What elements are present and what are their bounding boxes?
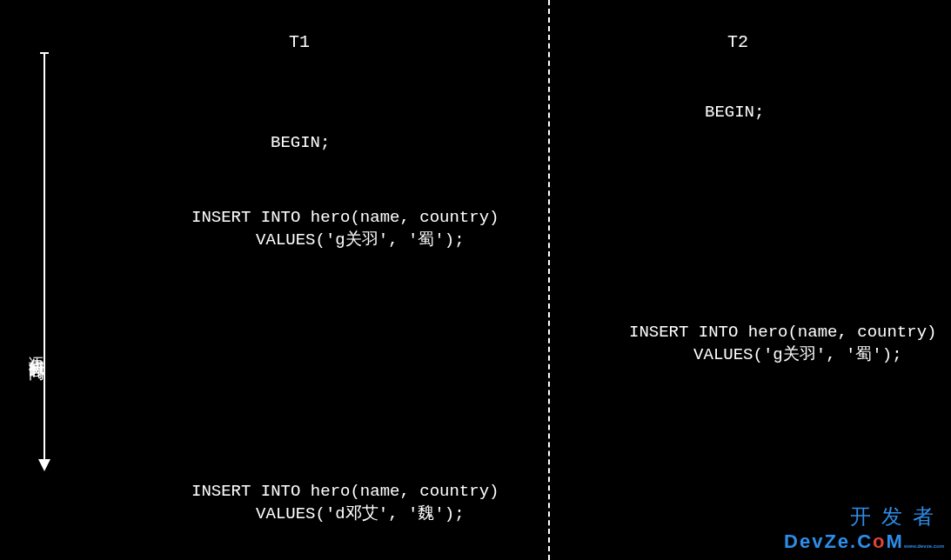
watermark-line2: DevZe.CoMwww.devze.com bbox=[784, 530, 944, 553]
watermark-sub: www.devze.com bbox=[904, 543, 944, 549]
timeline-arrow-shaft bbox=[44, 52, 45, 465]
t1-insert-statement-1: INSERT INTO hero(name, country) VALUES('… bbox=[191, 207, 499, 251]
column-header-t2: T2 bbox=[727, 32, 748, 52]
column-divider bbox=[548, 0, 550, 560]
watermark-prefix: DevZe.C bbox=[784, 530, 873, 552]
timeline-axis-label: 语句执行时间 bbox=[26, 343, 47, 354]
t2-insert-statement-1: INSERT INTO hero(name, country) VALUES('… bbox=[629, 322, 936, 366]
timeline-arrow-head bbox=[38, 459, 50, 471]
watermark-logo: 开发者 DevZe.CoMwww.devze.com bbox=[784, 503, 944, 553]
watermark-o: o bbox=[873, 530, 886, 552]
watermark-line1: 开发者 bbox=[784, 503, 944, 530]
column-header-t1: T1 bbox=[289, 32, 310, 52]
t1-insert-statement-2: INSERT INTO hero(name, country) VALUES('… bbox=[191, 481, 499, 525]
t2-begin-statement: BEGIN; bbox=[705, 102, 764, 124]
t1-begin-statement: BEGIN; bbox=[271, 132, 330, 155]
watermark-m: M bbox=[887, 530, 904, 552]
